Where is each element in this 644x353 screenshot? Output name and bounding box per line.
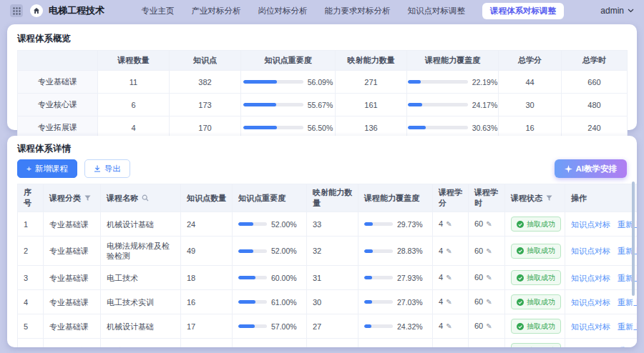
ability-coverage-progress: 24.32% bbox=[364, 322, 426, 332]
download-icon bbox=[94, 165, 101, 172]
category-cell: 专业基础课 bbox=[44, 290, 101, 314]
vertical-scrollbar[interactable] bbox=[632, 182, 635, 296]
nav-major-home[interactable]: 专业主页 bbox=[141, 6, 174, 16]
course-name-cell: 机械设计基础 bbox=[101, 212, 181, 237]
nav-course-system-adjust[interactable]: 课程体系对标调整 bbox=[482, 3, 564, 19]
ai-teaching-plan-button[interactable]: AI教学安排 bbox=[555, 159, 628, 178]
nav-ability-analysis[interactable]: 能力要求对标分析 bbox=[324, 6, 390, 16]
export-button[interactable]: 导出 bbox=[84, 159, 130, 178]
edit-credits-icon[interactable]: ✎ bbox=[446, 322, 452, 330]
kp-importance-progress: 60.00% bbox=[238, 273, 301, 283]
kp-importance-progress: 61.00% bbox=[238, 297, 301, 307]
progress-track bbox=[238, 276, 267, 279]
progress-fill bbox=[238, 276, 255, 279]
col-ability-count: 映射能力数量 bbox=[307, 184, 358, 212]
total-hours-cell: 660 bbox=[562, 71, 628, 94]
check-circle-icon bbox=[517, 274, 524, 282]
reupload-link[interactable]: 重新上传 bbox=[618, 322, 637, 332]
user-menu[interactable]: admin bbox=[600, 6, 634, 16]
ability-coverage-progress: 24.17% bbox=[413, 101, 492, 109]
col-total-credits: 总学分 bbox=[499, 51, 562, 71]
edit-credits-icon[interactable]: ✎ bbox=[446, 274, 452, 282]
ability-count-cell: 30 bbox=[307, 290, 358, 314]
home-icon[interactable] bbox=[30, 4, 43, 17]
edit-hours-icon[interactable]: ✎ bbox=[486, 220, 492, 228]
index-cell: 6 bbox=[18, 339, 44, 348]
edit-credits-icon[interactable]: ✎ bbox=[446, 220, 452, 228]
col-hours: 课程学时 bbox=[469, 184, 505, 212]
index-cell: 5 bbox=[18, 314, 44, 339]
check-circle-icon bbox=[517, 221, 524, 228]
status-badge: 抽取成功 bbox=[511, 343, 561, 347]
status-text: 抽取成功 bbox=[527, 246, 555, 256]
kp-count-cell: 20 bbox=[181, 339, 233, 348]
credits-value: 4 bbox=[439, 297, 443, 306]
knowledge-align-link[interactable]: 知识点对标 bbox=[571, 246, 610, 256]
col-blank bbox=[18, 51, 98, 71]
progress-fill bbox=[238, 324, 255, 328]
grid-dots-icon bbox=[13, 7, 21, 15]
progress-track bbox=[243, 126, 303, 129]
course-table-row: 6 专业基础课 机械制图 20 62.00% 23 20.72% 4✎ 60✎ … bbox=[18, 339, 638, 348]
kp-count-cell: 16 bbox=[181, 290, 233, 314]
status-badge: 抽取成功 bbox=[511, 319, 561, 334]
hours-value: 60 bbox=[474, 273, 483, 282]
edit-hours-icon[interactable]: ✎ bbox=[486, 347, 492, 347]
add-course-button[interactable]: + 新增课程 bbox=[17, 159, 77, 178]
kp-count-cell: 24 bbox=[181, 212, 233, 237]
progress-value: 52.00% bbox=[271, 219, 297, 229]
course-name-cell: 电工技术 bbox=[101, 266, 181, 290]
col-ability-coverage: 课程能力覆盖度 bbox=[407, 51, 499, 71]
progress-fill bbox=[243, 80, 277, 84]
progress-value: 55.67% bbox=[308, 101, 333, 109]
knowledge-align-link[interactable]: 知识点对标 bbox=[571, 273, 610, 283]
course-count-cell: 11 bbox=[98, 71, 170, 94]
hours-value: 60 bbox=[474, 322, 483, 330]
edit-hours-icon[interactable]: ✎ bbox=[486, 322, 492, 330]
knowledge-align-link[interactable]: 知识点对标 bbox=[571, 219, 610, 229]
progress-track bbox=[243, 80, 303, 84]
knowledge-align-link[interactable]: 知识点对标 bbox=[571, 322, 610, 332]
search-icon[interactable] bbox=[142, 194, 149, 202]
edit-hours-icon[interactable]: ✎ bbox=[486, 274, 492, 282]
edit-hours-icon[interactable]: ✎ bbox=[486, 247, 492, 255]
top-nav: 专业主页 产业对标分析 岗位对标分析 能力要求对标分析 知识点对标调整 课程体系… bbox=[141, 3, 564, 19]
progress-value: 27.93% bbox=[397, 273, 423, 283]
status-text: 抽取成功 bbox=[527, 219, 555, 229]
col-credits: 课程学分 bbox=[433, 184, 469, 212]
ability-count-cell: 33 bbox=[307, 212, 358, 237]
page-title: 电梯工程技术 bbox=[49, 4, 104, 17]
kp-count-cell: 49 bbox=[181, 237, 233, 266]
progress-fill bbox=[364, 324, 371, 328]
kp-importance-progress: 56.50% bbox=[247, 124, 329, 132]
progress-value: 24.32% bbox=[397, 322, 423, 332]
topbar: 电梯工程技术 专业主页 产业对标分析 岗位对标分析 能力要求对标分析 知识点对标… bbox=[0, 0, 644, 21]
total-credits-cell: 30 bbox=[499, 94, 562, 116]
nav-knowledge-adjust[interactable]: 知识点对标调整 bbox=[407, 6, 465, 16]
app-grid-icon[interactable] bbox=[10, 4, 23, 17]
progress-fill bbox=[243, 103, 277, 106]
filter-icon[interactable] bbox=[84, 195, 91, 202]
nav-industry-analysis[interactable]: 产业对标分析 bbox=[191, 6, 240, 16]
plus-icon: + bbox=[26, 164, 31, 174]
mapped-ability-cell: 161 bbox=[336, 94, 407, 116]
nav-post-analysis[interactable]: 岗位对标分析 bbox=[258, 6, 307, 16]
progress-fill bbox=[408, 80, 421, 84]
knowledge-align-link[interactable]: 知识点对标 bbox=[571, 346, 610, 348]
reupload-link[interactable]: 重新上传 bbox=[618, 297, 637, 307]
progress-value: 20.72% bbox=[397, 346, 423, 348]
reupload-link[interactable]: 重新上传 bbox=[618, 346, 637, 348]
edit-hours-icon[interactable]: ✎ bbox=[486, 298, 492, 306]
edit-credits-icon[interactable]: ✎ bbox=[446, 298, 452, 306]
total-hours-cell: 480 bbox=[562, 94, 628, 116]
edit-credits-icon[interactable]: ✎ bbox=[446, 247, 452, 255]
status-text: 抽取成功 bbox=[527, 322, 555, 332]
row-actions: 知识点对标 重新上传 查看 删除 bbox=[571, 273, 637, 283]
progress-fill bbox=[408, 103, 422, 106]
knowledge-align-link[interactable]: 知识点对标 bbox=[571, 297, 610, 307]
status-text: 抽取成功 bbox=[527, 297, 555, 307]
filter-icon[interactable] bbox=[546, 195, 552, 202]
course-name-cell: 机械设计基础 bbox=[101, 314, 181, 339]
edit-credits-icon[interactable]: ✎ bbox=[446, 347, 452, 347]
progress-track bbox=[238, 324, 267, 328]
